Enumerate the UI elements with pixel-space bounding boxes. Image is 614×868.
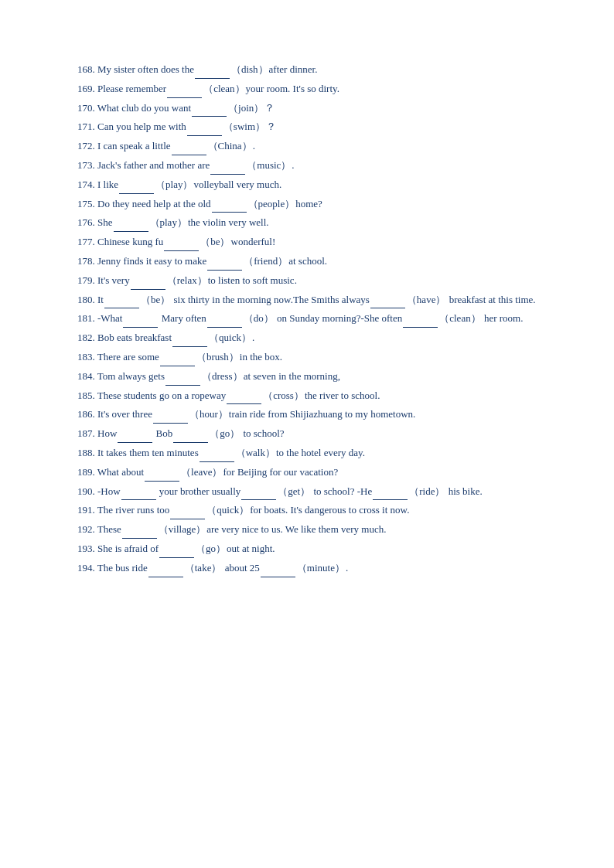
exercise-text: to the hotel every day.: [276, 447, 365, 458]
blank: [164, 234, 199, 251]
hint: （dress）: [202, 370, 243, 382]
hint: （clean）: [439, 312, 480, 324]
hint: （friend）: [244, 255, 288, 267]
exercise-text: Jenny finds it easy to make: [97, 255, 206, 267]
exercise-number: 178.: [77, 255, 97, 267]
exercise-text: breakfast at this time.: [446, 294, 535, 305]
exercise-text: .: [252, 332, 254, 343]
exercise-item: 180. It （be） six thirty in the morning n…: [77, 292, 537, 309]
exercise-item: 186. It's over three （hour）train ride fr…: [77, 407, 537, 424]
exercise-item: 176. She （play）the violin very well.: [77, 215, 537, 232]
exercise-item: 185. These students go on a ropeway （cro…: [77, 388, 537, 405]
exercise-text: Do they need help at the old: [97, 198, 211, 209]
exercise-text: out at night.: [227, 543, 275, 554]
exercise-item: 183. There are some （brush）in the box.: [77, 349, 537, 366]
exercise-number: 174.: [77, 179, 97, 190]
blank: [119, 177, 154, 194]
hint: （take）: [185, 562, 222, 574]
exercise-text: six thirty in the morning now.The Smiths…: [171, 294, 370, 305]
exercise-text: .: [346, 562, 348, 574]
blank: [172, 138, 206, 155]
exercise-number: 186.: [77, 408, 97, 420]
blank: [187, 119, 222, 136]
exercise-text: the violin very well.: [188, 216, 269, 228]
blank: [104, 292, 139, 309]
exercise-text: My sister often does the: [97, 63, 194, 75]
blank: [167, 81, 202, 98]
exercise-item: 182. Bob eats breakfast （quick）.: [77, 330, 537, 347]
exercise-text: These students go on a ropeway: [97, 390, 226, 401]
exercise-text: What club do you want: [97, 102, 191, 114]
exercise-item: 179. It's very （relax）to listen to soft …: [77, 273, 537, 290]
exercise-text: on Sunday morning?-She often: [275, 312, 402, 324]
exercise-text: at seven in the morning,: [244, 370, 340, 382]
exercise-text: Bob eats breakfast: [97, 332, 172, 343]
exercise-item: 174. I like （play）volleyball very much.: [77, 177, 537, 194]
hint: （quick）: [206, 504, 249, 516]
exercise-text: It takes them ten minutes: [97, 447, 199, 458]
exercise-number: 171.: [77, 121, 97, 132]
exercise-text: It's very: [97, 274, 130, 286]
exercise-text: .: [253, 140, 255, 151]
exercise-item: 184. Tom always gets （dress）at seven in …: [77, 369, 537, 386]
exercise-number: 185.: [77, 390, 97, 401]
blank: [118, 426, 152, 443]
exercise-number: 184.: [77, 370, 97, 382]
exercise-text: for boats. It's dangerous to cross it no…: [250, 504, 409, 516]
hint: （minute）: [297, 562, 345, 574]
blank: [159, 541, 194, 558]
hint: （go）: [210, 427, 240, 439]
exercise-number: 192.: [77, 523, 97, 535]
exercise-number: 193.: [77, 543, 97, 554]
exercise-text: These: [97, 523, 121, 535]
exercise-text: your room. It's so dirty.: [246, 83, 339, 94]
exercise-text: to listen to soft music.: [208, 274, 297, 286]
exercise-text: Bob: [153, 427, 172, 439]
exercise-text: Tom always gets: [97, 370, 165, 382]
exercise-item: 187. How Bob （go） to school?: [77, 426, 537, 443]
exercise-text: .: [292, 159, 294, 171]
exercise-item: 177. Chinese kung fu （be）wonderful!: [77, 234, 537, 251]
exercise-item: 193. She is afraid of （go）out at night.: [77, 541, 537, 558]
exercise-text: It's over three: [97, 408, 152, 420]
exercise-text: for Beijing for our vacation?: [223, 466, 338, 478]
exercise-number: 188.: [77, 447, 97, 458]
exercise-text: Chinese kung fu: [97, 236, 163, 247]
exercise-text: The river runs too: [97, 504, 170, 516]
exercise-text: I can speak a little: [97, 140, 171, 151]
exercise-text: ？: [266, 121, 276, 132]
exercise-text: -How: [97, 485, 121, 497]
exercise-text: She is afraid of: [97, 543, 159, 554]
exercise-number: 168.: [77, 63, 97, 75]
hint: （play）: [150, 216, 187, 228]
exercise-item: 173. Jack's father and mother are （music…: [77, 158, 537, 175]
exercise-number: 170.: [77, 102, 97, 114]
exercise-number: 181.: [77, 312, 97, 324]
exercise-number: 182.: [77, 332, 97, 343]
hint: （dish）: [231, 63, 268, 75]
blank: [200, 445, 234, 462]
blank: [160, 349, 195, 366]
exercise-text: It: [97, 294, 104, 305]
exercise-text: about 25: [222, 562, 259, 574]
exercise-item: 169. Please remember （clean）your room. I…: [77, 81, 537, 98]
hint: （do）: [244, 312, 274, 324]
blank: [114, 215, 148, 232]
blank: [170, 502, 205, 519]
hint: （China）: [208, 140, 252, 151]
hint: （clean）: [203, 83, 244, 94]
hint: （have）: [407, 294, 446, 305]
exercise-item: 168. My sister often does the （dish）afte…: [77, 62, 537, 79]
hint: （relax）: [167, 274, 207, 286]
hint: （get）: [278, 485, 310, 497]
exercise-item: 191. The river runs too （quick）for boats…: [77, 502, 537, 519]
exercise-text: She: [97, 216, 113, 228]
exercise-item: 172. I can speak a little （China）.: [77, 138, 537, 155]
blank: [373, 484, 408, 501]
exercise-item: 194. The bus ride （take） about 25 （minut…: [77, 560, 537, 577]
exercise-text: How: [97, 427, 117, 439]
blank: [153, 407, 188, 424]
exercise-item: 181. -What Mary often （do） on Sunday mor…: [77, 311, 537, 328]
exercise-item: 190. -How your brother usually （get） to …: [77, 484, 537, 501]
exercise-text: her room.: [482, 312, 524, 324]
